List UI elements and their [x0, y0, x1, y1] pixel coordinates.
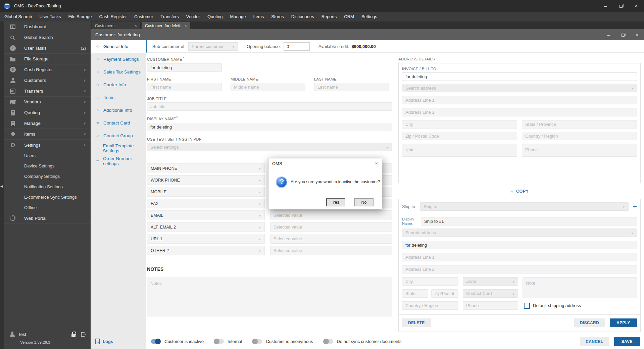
menu-reports[interactable]: Reports [318, 12, 341, 21]
invoice-city-input[interactable] [402, 120, 517, 129]
sidebar-item-device-settings[interactable]: Device Settings [4, 161, 91, 171]
sidebar-item-quoting[interactable]: Quoting [4, 107, 91, 118]
close-icon[interactable] [185, 23, 187, 28]
tab-customers[interactable]: Customers [92, 22, 140, 29]
nav-additional-info[interactable]: Additional Info [91, 104, 146, 116]
sidebar-item-ecommerce-sync-settings[interactable]: E-commerce Sync Settings [4, 192, 91, 202]
tab-customer-for-deleting[interactable]: Customer: for deleti... [142, 22, 190, 29]
alt-email-2-type-select[interactable]: ALT. EMAIL 2 [147, 222, 265, 232]
invoice-search-address-select[interactable]: Search address [402, 84, 637, 92]
inner-minimize-button[interactable] [602, 29, 616, 40]
fax-type-select[interactable]: FAX [147, 199, 265, 208]
alt-email-2-value-input[interactable] [270, 222, 392, 232]
invoice-state-input[interactable] [522, 120, 637, 129]
ship-to-address-line-1-input[interactable] [402, 253, 637, 261]
sidebar-item-users[interactable]: Users [4, 150, 91, 161]
sidebar-item-customers[interactable]: Customers [4, 75, 91, 86]
display-name-input[interactable] [147, 123, 392, 131]
menu-stores[interactable]: Stores [267, 12, 288, 21]
menu-transfers[interactable]: Transfers [157, 12, 182, 21]
save-button[interactable]: SAVE [614, 337, 640, 346]
close-button[interactable] [629, 0, 644, 12]
ship-to-note-input[interactable] [523, 277, 637, 298]
menu-settings[interactable]: Settings [358, 12, 381, 21]
menu-vendor[interactable]: Vendor [183, 12, 204, 21]
menu-dictionaries[interactable]: Dictionaries [288, 12, 318, 21]
yes-button[interactable]: Yes [326, 198, 345, 206]
inner-close-button[interactable] [630, 29, 644, 40]
no-button[interactable]: No [354, 198, 374, 206]
last-name-input[interactable] [314, 83, 389, 91]
work-phone-type-select[interactable]: WORK PHONE [147, 175, 265, 185]
invoice-country-input[interactable] [522, 132, 637, 140]
url-1-type-select[interactable]: URL 1 [147, 234, 265, 244]
logout-icon[interactable] [81, 332, 85, 337]
main-phone-type-select[interactable]: MAIN PHONE [147, 163, 265, 173]
add-ship-to-button[interactable] [633, 203, 637, 211]
menu-global-search[interactable]: Global Search [1, 12, 36, 21]
sidebar-item-transfers[interactable]: Transfers [4, 86, 91, 97]
internal-toggle[interactable]: Internal [214, 339, 242, 344]
menu-quoting[interactable]: Quoting [204, 12, 227, 21]
mobile-type-select[interactable]: MOBILE [147, 187, 265, 197]
copy-address-button[interactable]: COPY [510, 188, 529, 195]
minimize-button[interactable] [598, 0, 613, 12]
sidebar-item-notification-settings[interactable]: Notification Settings [4, 182, 91, 192]
close-icon[interactable] [135, 23, 137, 28]
job-title-input[interactable] [147, 102, 392, 111]
invoice-address-line-2-input[interactable] [402, 108, 637, 116]
sidebar-item-items[interactable]: Items [4, 129, 91, 140]
apply-button[interactable]: APPLY [610, 318, 637, 327]
logs-button[interactable]: Logs [91, 334, 146, 349]
menu-customer[interactable]: Customer [131, 12, 157, 21]
other-2-value-input[interactable] [270, 246, 392, 255]
invoice-phone-input[interactable] [522, 144, 637, 157]
notes-textarea[interactable] [147, 278, 392, 316]
menu-file-storage[interactable]: File Storage [64, 12, 95, 21]
nav-payment-settings[interactable]: Payment Settings [91, 53, 146, 65]
nav-general-info[interactable]: General Info [91, 40, 146, 53]
ship-to-state-input[interactable] [402, 289, 428, 298]
nav-email-template-settings[interactable]: Email Template Settings [91, 142, 146, 155]
ship-to-zone-select[interactable]: Zone [463, 277, 518, 286]
nav-sales-tax-settings[interactable]: Sales Tax Settings [91, 65, 146, 78]
sidebar-item-dashboard[interactable]: Dashboard [4, 21, 91, 32]
ship-to-address-line-2-input[interactable] [402, 265, 637, 273]
sidebar-item-global-search[interactable]: Global Search [4, 32, 91, 43]
pdf-settings-select[interactable]: Select settings [147, 143, 392, 151]
restore-button[interactable] [613, 0, 629, 12]
first-name-input[interactable] [147, 83, 222, 91]
ship-to-name-input[interactable] [402, 241, 637, 249]
sidebar-item-cash-register[interactable]: Cash Register [4, 64, 91, 75]
nav-carrier-info[interactable]: Carrier Info [91, 78, 146, 91]
sidebar-item-vendors[interactable]: Vendors [4, 97, 91, 107]
customer-is-anonymous-toggle[interactable]: Customer is anonymous [252, 339, 313, 344]
sidebar-item-file-storage[interactable]: File Storage [4, 54, 91, 64]
sidebar-item-web-portal[interactable]: Web Portal [4, 213, 91, 223]
cancel-button[interactable]: CANCEL [580, 337, 608, 346]
inner-restore-button[interactable] [616, 29, 630, 40]
invoice-address-line-1-input[interactable] [402, 96, 637, 104]
sidebar-item-offline[interactable]: Offline [4, 202, 91, 213]
ship-to-country-input[interactable] [402, 301, 458, 310]
email-type-select[interactable]: EMAIL [147, 210, 265, 220]
lock-icon[interactable] [71, 334, 76, 337]
nav-items[interactable]: Items [91, 91, 146, 104]
url-1-value-input[interactable] [270, 234, 392, 244]
delete-button[interactable]: DELETE [402, 318, 431, 327]
discard-button[interactable]: DISCARD [574, 318, 605, 327]
menu-manage[interactable]: Manage [226, 12, 249, 21]
ship-to-zip-input[interactable] [431, 289, 458, 298]
menu-cash-register[interactable]: Cash Register [96, 12, 131, 21]
ship-to-search-address-select[interactable]: Search address [402, 229, 637, 237]
sidebar-item-user-tasks[interactable]: User Tasks(2) [4, 43, 91, 54]
sidebar-item-company-settings[interactable]: Company Settings [4, 171, 91, 182]
parent-customer-select[interactable]: Parent customer [188, 42, 238, 51]
sidebar-item-manage[interactable]: Manage [4, 118, 91, 129]
ship-to-contact-card-select[interactable]: Contact Card [463, 289, 518, 298]
menu-user-tasks[interactable]: User Tasks [36, 12, 64, 21]
customer-is-inactive-toggle[interactable]: Customer is inactive [151, 339, 204, 344]
menu-items[interactable]: Items [249, 12, 267, 21]
default-shipping-checkbox[interactable] [524, 303, 530, 309]
sidebar-item-settings[interactable]: Settings [4, 140, 91, 150]
